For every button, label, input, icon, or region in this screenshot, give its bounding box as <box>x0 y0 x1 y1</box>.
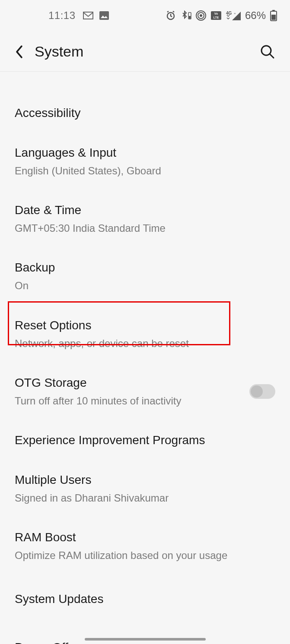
signal-4g-icon: 4G+ <box>226 11 241 20</box>
svg-text:+: + <box>234 12 236 16</box>
back-button[interactable] <box>15 44 24 59</box>
search-icon <box>260 44 275 60</box>
page-title: System <box>35 43 83 60</box>
toggle-knob <box>251 385 263 398</box>
svg-point-15 <box>261 46 271 55</box>
item-subtitle: GMT+05:30 India Standard Time <box>15 221 268 235</box>
item-title: Multiple Users <box>15 473 268 487</box>
item-multiple-users[interactable]: Multiple Users Signed in as Dharani Shiv… <box>0 460 290 518</box>
item-title: OTG Storage <box>15 376 242 390</box>
item-reset-options[interactable]: Reset Options Network, apps, or device c… <box>0 306 290 363</box>
item-title: Accessibility <box>15 106 268 120</box>
item-date-time[interactable]: Date & Time GMT+05:30 India Standard Tim… <box>0 190 290 248</box>
svg-point-4 <box>200 14 202 17</box>
item-title: Date & Time <box>15 203 268 217</box>
item-subtitle: Turn off after 10 minutes of inactivity <box>15 394 242 407</box>
item-ram-boost[interactable]: RAM Boost Optimize RAM utilization based… <box>0 518 290 575</box>
svg-rect-3 <box>189 16 191 19</box>
volte-icon: VoLTE <box>210 11 222 20</box>
hotspot-icon <box>196 10 206 21</box>
chevron-left-icon <box>15 44 24 59</box>
item-system-updates[interactable]: System Updates <box>0 575 290 623</box>
svg-text:4G: 4G <box>226 11 232 16</box>
item-subtitle: Network, apps, or device can be reset <box>15 337 268 350</box>
svg-text:Vo: Vo <box>214 12 218 15</box>
item-title: Reset Options <box>15 319 268 332</box>
item-power-off[interactable]: Power Off <box>0 623 290 644</box>
alarm-icon <box>166 10 176 21</box>
item-subtitle: Optimize RAM utilization based on your u… <box>15 549 268 562</box>
photos-icon <box>99 11 109 20</box>
item-subtitle: On <box>15 279 268 292</box>
status-left: 11:13 <box>13 9 109 22</box>
item-title: RAM Boost <box>15 530 268 544</box>
item-subtitle: Signed in as Dharani Shivakumar <box>15 491 268 505</box>
bluetooth-battery-icon <box>180 10 191 21</box>
item-accessibility[interactable]: Accessibility <box>0 72 290 133</box>
svg-rect-14 <box>271 15 276 20</box>
settings-list: Accessibility Languages & Input English … <box>0 72 290 644</box>
item-experience-improvement[interactable]: Experience Improvement Programs <box>0 420 290 460</box>
battery-percent: 66% <box>245 9 266 22</box>
item-languages-input[interactable]: Languages & Input English (United States… <box>0 133 290 190</box>
item-backup[interactable]: Backup On <box>0 248 290 305</box>
item-title: System Updates <box>15 592 268 606</box>
item-title: Power Off <box>15 641 268 644</box>
nav-handle[interactable] <box>85 638 206 641</box>
item-title: Backup <box>15 261 268 275</box>
item-otg-storage[interactable]: OTG Storage Turn off after 10 minutes of… <box>0 363 290 420</box>
search-button[interactable] <box>260 44 275 60</box>
item-title: Experience Improvement Programs <box>15 433 268 447</box>
svg-text:LTE: LTE <box>214 16 219 19</box>
item-subtitle: English (United States), Gboard <box>15 164 268 177</box>
status-time: 11:13 <box>48 9 76 22</box>
item-title: Languages & Input <box>15 146 268 160</box>
svg-rect-0 <box>99 11 109 20</box>
gmail-icon <box>83 11 94 20</box>
battery-icon <box>270 10 277 21</box>
otg-toggle[interactable] <box>249 384 275 399</box>
header-bar: System <box>0 28 290 72</box>
status-bar: 11:13 VoLTE 4G+ 66% <box>0 0 290 28</box>
status-right: VoLTE 4G+ 66% <box>166 9 277 22</box>
